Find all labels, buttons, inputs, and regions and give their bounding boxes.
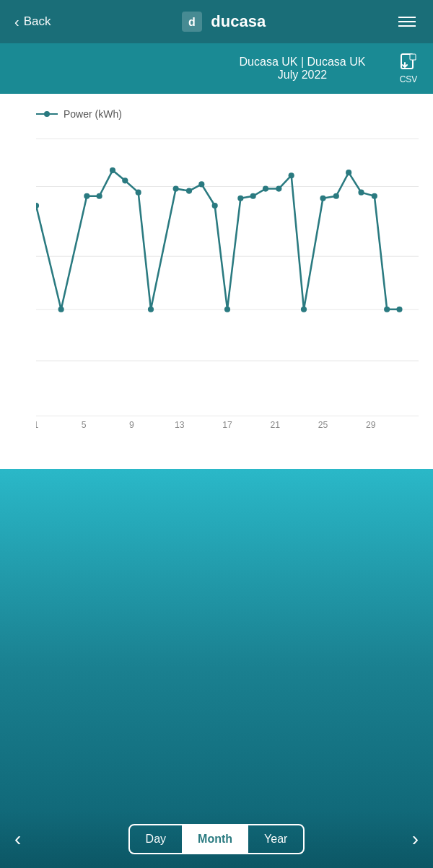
- background-gradient: [0, 469, 433, 868]
- svg-rect-3: [410, 54, 416, 60]
- svg-text:21: 21: [270, 420, 280, 430]
- tab-group: Day Month Year: [128, 824, 305, 854]
- menu-line-3: [398, 25, 416, 27]
- data-point: [372, 193, 377, 199]
- date-text: July 2022: [206, 69, 398, 82]
- data-point: [396, 307, 402, 312]
- data-point: [237, 196, 243, 201]
- data-point: [320, 196, 325, 201]
- data-point: [97, 193, 102, 199]
- bottom-bar: ‹ Day Month Year ›: [0, 810, 433, 868]
- data-point: [186, 188, 192, 194]
- svg-text:d: d: [188, 16, 196, 28]
- nav-bar: ‹ Back d ducasa: [0, 0, 433, 43]
- data-point: [110, 167, 115, 173]
- data-point: [333, 193, 339, 199]
- data-point: [198, 181, 204, 187]
- legend-dot-icon: [44, 111, 50, 117]
- chart-area: 8.8 7.03 5.3 3.5 1.8 0 1 5 9 13 17 21 25…: [36, 127, 419, 437]
- data-point: [136, 190, 141, 196]
- data-point: [173, 185, 179, 191]
- data-point: [263, 185, 268, 191]
- data-point: [289, 172, 294, 178]
- menu-button[interactable]: [395, 14, 419, 30]
- csv-button[interactable]: CSV: [398, 53, 419, 84]
- legend-label: Power (kWh): [64, 108, 122, 120]
- chart-line: [36, 170, 400, 310]
- menu-line-1: [398, 17, 416, 18]
- logo-text: ducasa: [211, 12, 266, 31]
- svg-text:5: 5: [82, 420, 87, 430]
- sub-header: Ducasa UK | Ducasa UK July 2022 CSV: [0, 43, 433, 94]
- data-point: [148, 307, 154, 312]
- data-point: [212, 203, 218, 209]
- data-point: [358, 190, 364, 196]
- chart-legend: Power (kWh): [36, 108, 426, 120]
- ducasa-logo-icon: d: [180, 10, 204, 33]
- chart-svg: 8.8 7.03 5.3 3.5 1.8 0 1 5 9 13 17 21 25…: [36, 127, 419, 437]
- svg-text:13: 13: [175, 420, 185, 430]
- csv-label: CSV: [400, 74, 418, 84]
- next-arrow-button[interactable]: ›: [412, 828, 419, 851]
- data-point: [276, 185, 281, 191]
- back-button[interactable]: ‹ Back: [14, 14, 51, 30]
- tab-month[interactable]: Month: [182, 825, 248, 853]
- sub-header-title: Ducasa UK | Ducasa UK July 2022: [206, 56, 398, 82]
- logo: d ducasa: [180, 10, 266, 33]
- menu-line-2: [398, 21, 416, 22]
- data-point: [84, 193, 89, 199]
- data-point: [250, 193, 256, 199]
- location-text: Ducasa UK | Ducasa UK: [206, 56, 398, 69]
- svg-text:1: 1: [36, 420, 39, 430]
- back-label: Back: [24, 14, 51, 29]
- data-point: [301, 307, 307, 312]
- csv-icon: [398, 53, 419, 73]
- data-point: [122, 177, 128, 183]
- data-point: [58, 307, 64, 312]
- data-point: [346, 170, 351, 175]
- svg-text:25: 25: [318, 420, 328, 430]
- data-point: [224, 307, 230, 312]
- data-point: [36, 203, 39, 209]
- svg-text:17: 17: [222, 420, 232, 430]
- data-point: [384, 307, 390, 312]
- svg-text:9: 9: [129, 420, 134, 430]
- chart-container: Power (kWh) 8.8 7.03 5.3 3.5 1.8 0 1 5 9…: [0, 94, 433, 469]
- tab-year[interactable]: Year: [248, 825, 303, 853]
- tab-day[interactable]: Day: [130, 825, 182, 853]
- svg-text:29: 29: [366, 420, 376, 430]
- chevron-left-icon: ‹: [14, 14, 19, 30]
- legend-line-icon: [36, 113, 58, 115]
- prev-arrow-button[interactable]: ‹: [14, 828, 21, 851]
